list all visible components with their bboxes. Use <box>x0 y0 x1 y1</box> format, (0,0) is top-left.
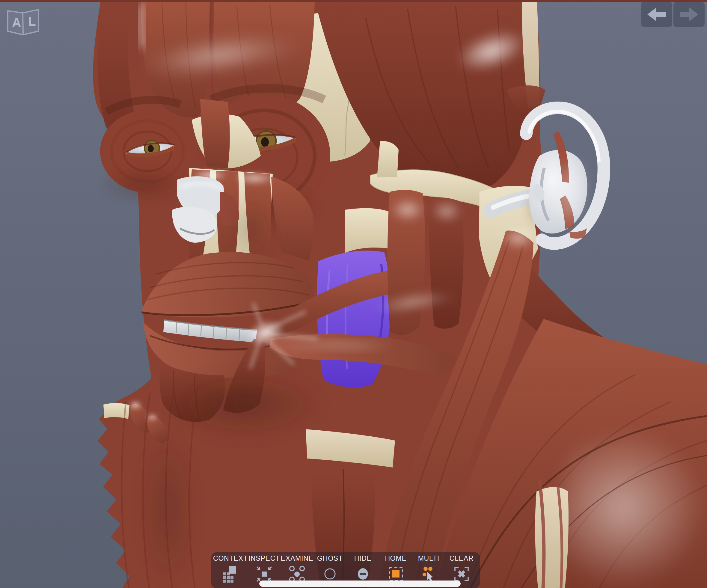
logo-letter-l: L <box>28 14 36 29</box>
history-nav <box>641 2 705 27</box>
context-icon <box>221 564 240 584</box>
toolbar-button-label: CONTEXT <box>213 555 248 562</box>
toolbar-button-label: HIDE <box>354 555 372 562</box>
toolbar-button-inspect[interactable]: INSPECT <box>248 552 281 584</box>
anatomy-viewport[interactable] <box>0 0 707 588</box>
logo-letter-a: A <box>12 15 21 30</box>
toolbar-button-examine[interactable]: EXAMINE <box>280 552 313 584</box>
selected-muscle[interactable] <box>317 250 391 387</box>
toolbar-button-home[interactable]: HOME <box>379 552 412 584</box>
toolbar-drag-handle[interactable] <box>259 581 461 587</box>
toolbar-button-label: CLEAR <box>449 555 474 562</box>
app-logo[interactable]: A L <box>5 6 41 36</box>
toolbar-button-hide[interactable]: HIDE <box>346 552 379 584</box>
toolbar-button-ghost[interactable]: GHOST <box>313 552 346 584</box>
toolbar-button-label: EXAMINE <box>281 555 313 562</box>
redo-forward-button[interactable] <box>673 2 705 27</box>
toolbar-button-label: GHOST <box>317 555 343 562</box>
toolbar-button-label: INSPECT <box>248 555 280 562</box>
toolbar-button-multi[interactable]: MULTI <box>412 552 445 584</box>
undo-back-button[interactable] <box>641 2 672 27</box>
arrow-right-icon <box>680 7 698 21</box>
toolbar-button-label: MULTI <box>418 555 439 562</box>
toolbar-button-clear[interactable]: CLEAR <box>445 552 478 584</box>
toolbar-button-label: HOME <box>385 555 406 562</box>
toolbar-button-context[interactable]: CONTEXT <box>213 552 248 584</box>
anatomy-app-window: A L CONTEXT <box>0 0 707 588</box>
arrow-left-icon <box>647 7 666 21</box>
